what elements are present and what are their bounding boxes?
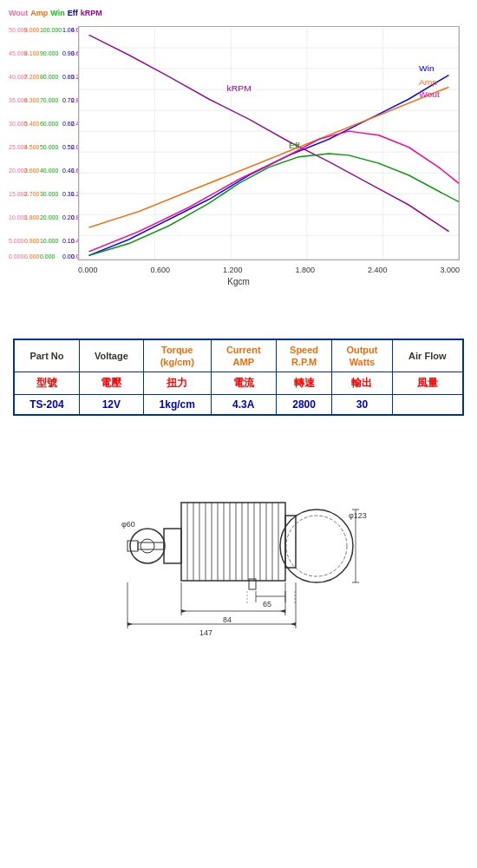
diagram-section: φ60 φ123 65 84 147	[0, 433, 477, 659]
svg-marker-116	[181, 609, 186, 613]
svg-text:70.000: 70.000	[40, 98, 59, 104]
svg-text:0.70: 0.70	[62, 98, 75, 104]
svg-text:9.000: 9.000	[24, 28, 40, 34]
th-output: OutputWatts	[332, 339, 392, 372]
th-cn-current: 電流	[211, 372, 276, 395]
svg-text:Amp: Amp	[419, 78, 437, 87]
svg-text:φ60: φ60	[121, 520, 135, 529]
y-header-wout: Wout	[9, 9, 28, 17]
x-label-5: 3.000	[440, 266, 460, 274]
th-torque: Torque(kg/cm)	[143, 339, 211, 372]
svg-text:φ123: φ123	[349, 511, 367, 520]
x-label-3: 1.800	[295, 266, 315, 274]
y-header-win: Win	[50, 9, 64, 17]
svg-text:50.000: 50.000	[9, 28, 28, 34]
y-header-krpm: kRPM	[81, 9, 102, 17]
chart-container: Wout Amp Win Eff kRPM 50.000 9.000 100.0…	[9, 9, 468, 286]
svg-text:1.00: 1.00	[62, 28, 75, 34]
svg-text:50.000: 50.000	[40, 145, 59, 151]
y-header-amp: Amp	[30, 9, 48, 17]
svg-rect-79	[127, 541, 138, 551]
chart-plot-area: Win Amp Wout kRPM Eff	[78, 26, 460, 260]
th-speed: SpeedR.P.M	[276, 339, 331, 372]
svg-rect-82	[181, 503, 285, 581]
svg-text:0.000: 0.000	[40, 253, 56, 259]
svg-text:kRPM: kRPM	[227, 84, 252, 93]
svg-text:1.800: 1.800	[24, 215, 40, 221]
td-output: 30	[332, 395, 392, 416]
chart-svg: Win Amp Wout kRPM Eff	[79, 27, 459, 260]
svg-text:0.90: 0.90	[62, 51, 75, 57]
svg-text:60.000: 60.000	[40, 122, 59, 128]
svg-text:3.600: 3.600	[71, 51, 78, 57]
svg-text:2.800: 2.800	[71, 98, 78, 104]
svg-text:147: 147	[199, 628, 212, 637]
svg-text:100.000: 100.000	[40, 28, 62, 34]
th-cn-voltage: 電壓	[79, 372, 143, 395]
svg-text:10.000: 10.000	[9, 215, 28, 221]
th-cn-part-no: 型號	[14, 372, 79, 395]
table-data-row: TS-204 12V 1kg/cm 4.3A 2800 30	[14, 395, 463, 416]
svg-text:Eff: Eff	[289, 142, 300, 151]
svg-text:0.40: 0.40	[62, 168, 75, 174]
svg-text:Win: Win	[419, 64, 435, 73]
svg-text:20.000: 20.000	[40, 215, 59, 221]
table-header-cn-row: 型號 電壓 扭力 電流 轉速 輸出 風量	[14, 372, 463, 395]
svg-text:35.000: 35.000	[9, 98, 28, 104]
svg-point-77	[130, 529, 165, 563]
specs-table: Part No Voltage Torque(kg/cm) CurrentAMP…	[13, 339, 464, 416]
svg-text:10.000: 10.000	[40, 239, 59, 245]
svg-text:0.80: 0.80	[62, 75, 75, 81]
svg-point-100	[280, 510, 353, 582]
y-header-eff: Eff	[68, 9, 78, 17]
th-cn-torque: 扭力	[143, 372, 211, 395]
svg-rect-81	[164, 529, 181, 563]
svg-text:40.000: 40.000	[40, 168, 59, 174]
x-label-4: 2.400	[368, 266, 388, 274]
svg-text:5.000: 5.000	[9, 239, 24, 245]
table-header-en-row: Part No Voltage Torque(kg/cm) CurrentAMP…	[14, 339, 463, 372]
svg-text:84: 84	[223, 615, 232, 624]
svg-text:30.000: 30.000	[40, 192, 59, 198]
th-cn-flow: 風量	[392, 372, 463, 395]
svg-text:7.200: 7.200	[24, 75, 40, 81]
x-label-0: 0.000	[78, 266, 98, 274]
svg-text:80.000: 80.000	[40, 75, 59, 81]
td-flow	[392, 395, 463, 416]
td-current: 4.3A	[211, 395, 276, 416]
svg-text:8.100: 8.100	[24, 51, 40, 57]
td-speed: 2800	[276, 395, 331, 416]
svg-text:40.000: 40.000	[9, 75, 28, 81]
x-axis-labels: 0.000 0.600 1.200 1.800 2.400 3.000	[78, 266, 460, 274]
svg-text:0.50: 0.50	[62, 145, 75, 151]
svg-text:90.000: 90.000	[40, 51, 59, 57]
svg-rect-80	[138, 542, 164, 549]
svg-text:0.400: 0.400	[71, 239, 78, 245]
chart-section: Wout Amp Win Eff kRPM 50.000 9.000 100.0…	[0, 0, 477, 321]
svg-text:0.000: 0.000	[71, 253, 78, 259]
svg-text:0.10: 0.10	[62, 239, 75, 245]
svg-text:1.600: 1.600	[71, 168, 78, 174]
svg-text:0.900: 0.900	[24, 239, 40, 245]
svg-text:Wout: Wout	[419, 90, 440, 99]
svg-text:1.200: 1.200	[71, 192, 78, 198]
table-section: Part No Voltage Torque(kg/cm) CurrentAMP…	[0, 321, 477, 433]
svg-text:45.000: 45.000	[9, 51, 28, 57]
svg-text:65: 65	[263, 600, 271, 608]
svg-text:5.400: 5.400	[24, 122, 40, 128]
td-voltage: 12V	[79, 395, 143, 416]
svg-text:0.000: 0.000	[9, 253, 24, 259]
x-label-1: 0.600	[150, 266, 170, 274]
svg-text:2.400: 2.400	[71, 122, 78, 128]
svg-text:15.000: 15.000	[9, 192, 28, 198]
svg-rect-99	[285, 516, 296, 568]
td-part-no: TS-204	[14, 395, 79, 416]
svg-text:0.20: 0.20	[62, 215, 75, 221]
svg-text:3.600: 3.600	[24, 168, 40, 174]
svg-marker-117	[280, 609, 285, 613]
svg-text:4.500: 4.500	[24, 145, 40, 151]
svg-text:0.30: 0.30	[62, 192, 75, 198]
th-cn-speed: 轉速	[276, 372, 331, 395]
svg-text:6.300: 6.300	[24, 98, 40, 104]
th-flow: Air Flow	[392, 339, 463, 372]
